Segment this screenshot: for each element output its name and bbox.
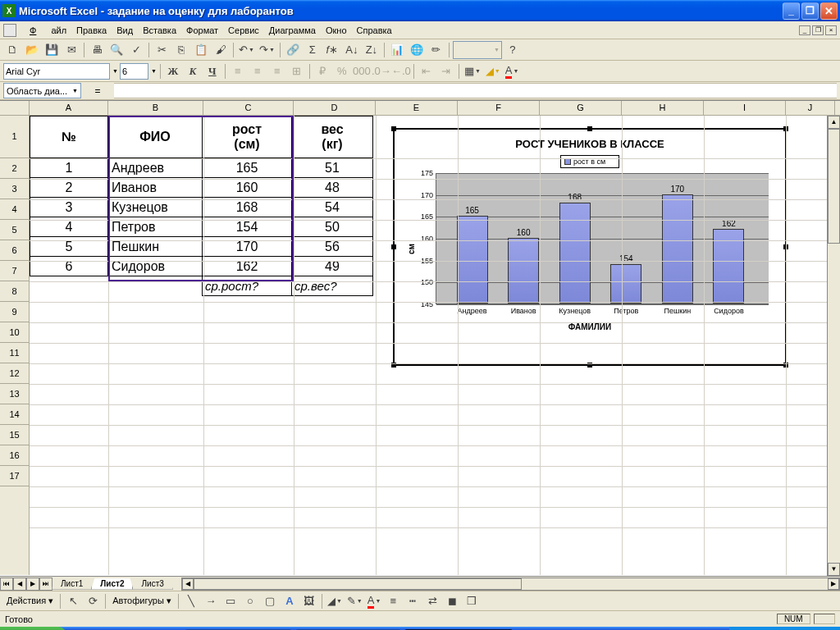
align-left-icon[interactable]: ≡: [229, 62, 247, 80]
col-header-E[interactable]: E: [376, 101, 458, 115]
rotate-icon[interactable]: ⟳: [84, 592, 102, 610]
scroll-down-icon[interactable]: ▼: [828, 563, 840, 576]
row-header-7[interactable]: 7: [0, 261, 29, 281]
maximize-button[interactable]: ❐: [801, 2, 819, 20]
oval-icon[interactable]: ○: [241, 592, 259, 610]
menu-view[interactable]: Вид: [112, 24, 138, 37]
row-header-14[interactable]: 14: [0, 404, 29, 425]
font-size-combo[interactable]: [120, 63, 148, 80]
percent-icon[interactable]: %: [333, 62, 351, 80]
menu-help[interactable]: Справка: [352, 24, 397, 37]
menu-edit[interactable]: Правка: [71, 24, 112, 37]
menu-tools[interactable]: Сервис: [223, 24, 264, 37]
row-header-10[interactable]: 10: [0, 322, 29, 343]
dash-style-icon[interactable]: ┅: [404, 592, 422, 610]
3d-icon[interactable]: ❒: [463, 592, 481, 610]
row-header-1[interactable]: 1: [0, 116, 29, 158]
mdi-restore[interactable]: ❐: [812, 25, 824, 35]
sheet-tab-1[interactable]: Лист1: [52, 578, 92, 590]
new-icon[interactable]: 🗋: [3, 41, 21, 59]
scroll-thumb[interactable]: [828, 129, 840, 244]
undo-icon[interactable]: ↶▼: [237, 41, 256, 59]
row-header-8[interactable]: 8: [0, 281, 29, 302]
mdi-minimize[interactable]: _: [799, 25, 810, 35]
h-scroll-thumb[interactable]: [194, 578, 523, 590]
tab-prev-icon[interactable]: ◀: [13, 578, 26, 591]
cut-icon[interactable]: ✂: [153, 41, 171, 59]
inc-indent-icon[interactable]: ⇥: [437, 62, 455, 80]
font-color-icon-2[interactable]: A▼: [366, 592, 383, 610]
line-icon[interactable]: ╲: [182, 592, 200, 610]
shadow-icon[interactable]: ◼: [443, 592, 461, 610]
col-header-D[interactable]: D: [294, 101, 376, 115]
scroll-right-icon[interactable]: ▶: [828, 578, 839, 590]
wordart-icon[interactable]: A: [281, 592, 299, 610]
arrow-style-icon[interactable]: ⇄: [423, 592, 441, 610]
fill-color-icon[interactable]: ◢▼: [484, 62, 502, 80]
col-header-A[interactable]: A: [30, 101, 108, 115]
zoom-combo[interactable]: ▼: [453, 41, 502, 59]
menu-window[interactable]: Окно: [321, 24, 352, 37]
sort-asc-icon[interactable]: A↓: [343, 41, 361, 59]
row-header-12[interactable]: 12: [0, 363, 29, 384]
menu-insert[interactable]: Вставка: [138, 24, 181, 37]
row-header-11[interactable]: 11: [0, 343, 29, 363]
align-center-icon[interactable]: ≡: [249, 62, 267, 80]
borders-icon[interactable]: ▦▼: [463, 62, 482, 80]
menu-chart[interactable]: Диаграмма: [264, 24, 321, 37]
open-icon[interactable]: 📂: [23, 41, 41, 59]
col-header-F[interactable]: F: [458, 101, 540, 115]
save-icon[interactable]: 💾: [43, 41, 61, 59]
scroll-left-icon[interactable]: ◀: [182, 578, 194, 590]
currency-icon[interactable]: ₽: [313, 62, 331, 80]
rect-icon[interactable]: ▭: [221, 592, 240, 610]
name-box[interactable]: Область диа...▼: [3, 83, 81, 98]
clipart-icon[interactable]: 🖼: [300, 592, 318, 610]
row-header-6[interactable]: 6: [0, 240, 29, 261]
select-all-corner[interactable]: [0, 101, 30, 115]
function-icon[interactable]: f∗: [323, 41, 341, 59]
row-header-5[interactable]: 5: [0, 220, 29, 240]
dec-indent-icon[interactable]: ⇤: [418, 62, 436, 80]
vertical-scrollbar[interactable]: ▲ ▼: [827, 116, 840, 576]
row-header-3[interactable]: 3: [0, 179, 29, 199]
autoshapes-menu[interactable]: Автофигуры ▾: [109, 596, 175, 606]
paste-icon[interactable]: 📋: [192, 41, 210, 59]
tab-next-icon[interactable]: ▶: [26, 578, 39, 591]
row-header-15[interactable]: 15: [0, 425, 29, 445]
draw-actions-menu[interactable]: Действия ▾: [3, 596, 57, 606]
select-arrow-icon[interactable]: ↖: [64, 592, 82, 610]
hyperlink-icon[interactable]: 🔗: [284, 41, 302, 59]
autosum-icon[interactable]: Σ: [304, 41, 322, 59]
menu-file[interactable]: Файл: [20, 24, 71, 37]
chart-wizard-icon[interactable]: 📊: [388, 41, 406, 59]
mail-icon[interactable]: ✉: [62, 41, 80, 59]
col-header-G[interactable]: G: [540, 101, 622, 115]
row-header-13[interactable]: 13: [0, 384, 29, 404]
col-header-J[interactable]: J: [786, 101, 835, 115]
align-right-icon[interactable]: ≡: [268, 62, 286, 80]
drawing-icon[interactable]: ✏: [427, 41, 445, 59]
tab-first-icon[interactable]: ⏮: [0, 578, 13, 591]
tab-last-icon[interactable]: ⏭: [39, 578, 52, 591]
copy-icon[interactable]: ⎘: [172, 41, 190, 59]
minimize-button[interactable]: _: [783, 2, 800, 20]
print-icon[interactable]: 🖶: [88, 41, 106, 59]
format-painter-icon[interactable]: 🖌: [212, 41, 230, 59]
help-icon[interactable]: ?: [504, 41, 522, 59]
col-header-H[interactable]: H: [622, 101, 704, 115]
row-header-2[interactable]: 2: [0, 158, 29, 179]
start-button[interactable]: пуск: [0, 627, 66, 630]
close-button[interactable]: ✕: [820, 2, 838, 20]
mdi-close[interactable]: ×: [825, 25, 837, 35]
bold-icon[interactable]: Ж: [164, 62, 182, 80]
redo-icon[interactable]: ↷▼: [258, 41, 276, 59]
sheet-tab-2[interactable]: Лист2: [91, 578, 133, 590]
spell-icon[interactable]: ✓: [127, 41, 145, 59]
scroll-up-icon[interactable]: ▲: [828, 116, 840, 129]
map-icon[interactable]: 🌐: [408, 41, 426, 59]
menu-format[interactable]: Формат: [181, 24, 223, 37]
col-header-C[interactable]: C: [203, 101, 294, 115]
col-header-I[interactable]: I: [704, 101, 786, 115]
horizontal-scrollbar[interactable]: ◀ ▶: [181, 578, 840, 591]
